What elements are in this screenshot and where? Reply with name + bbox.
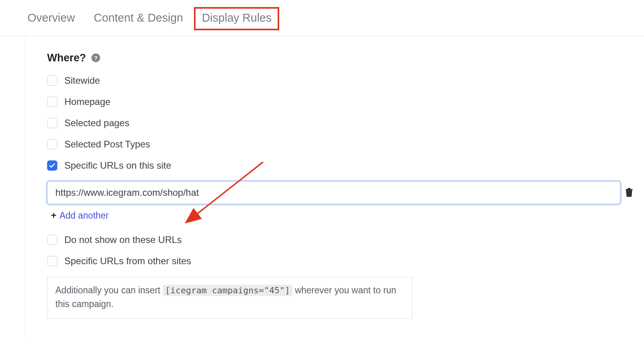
checkbox-selected-pages[interactable] bbox=[47, 118, 57, 128]
url-row bbox=[47, 181, 634, 204]
tab-content-design[interactable]: Content & Design bbox=[94, 11, 183, 25]
tabs-bar: Overview Content & Design Display Rules bbox=[0, 0, 644, 36]
checkbox-selected-post-types[interactable] bbox=[47, 139, 57, 149]
checkbox-do-not-show[interactable] bbox=[47, 235, 57, 245]
display-rules-panel: Where? ? Sitewide Homepage Selected page… bbox=[25, 36, 644, 339]
label-sitewide: Sitewide bbox=[64, 75, 100, 86]
content-wrap: Where? ? Sitewide Homepage Selected page… bbox=[0, 36, 644, 339]
add-another-label: Add another bbox=[59, 210, 108, 221]
shortcode-hint-prefix: Additionally you can insert bbox=[55, 285, 163, 295]
checkbox-other-sites[interactable] bbox=[47, 256, 57, 266]
label-selected-post-types: Selected Post Types bbox=[64, 139, 150, 150]
checkbox-homepage[interactable] bbox=[47, 97, 57, 107]
trash-icon[interactable] bbox=[625, 188, 634, 198]
section-title-text: Where? bbox=[47, 52, 86, 64]
shortcode-code: [icegram campaigns="45"] bbox=[163, 285, 293, 296]
option-other-sites: Specific URLs from other sites bbox=[47, 256, 644, 267]
help-icon[interactable]: ? bbox=[91, 53, 100, 62]
plus-icon: + bbox=[51, 210, 56, 221]
add-another-button[interactable]: + Add another bbox=[51, 210, 109, 221]
label-specific-urls: Specific URLs on this site bbox=[64, 160, 171, 171]
checkbox-sitewide[interactable] bbox=[47, 75, 57, 86]
label-homepage: Homepage bbox=[64, 96, 110, 107]
option-do-not-show: Do not show on these URLs bbox=[47, 234, 644, 245]
label-selected-pages: Selected pages bbox=[64, 118, 129, 129]
label-other-sites: Specific URLs from other sites bbox=[64, 256, 191, 267]
option-homepage: Homepage bbox=[47, 96, 644, 107]
option-selected-pages: Selected pages bbox=[47, 118, 644, 129]
option-sitewide: Sitewide bbox=[47, 75, 644, 86]
tab-display-rules[interactable]: Display Rules bbox=[194, 7, 279, 30]
url-input[interactable] bbox=[47, 181, 620, 204]
section-where-title: Where? ? bbox=[47, 52, 644, 64]
option-specific-urls: Specific URLs on this site bbox=[47, 160, 644, 171]
option-selected-post-types: Selected Post Types bbox=[47, 139, 644, 150]
left-gutter bbox=[0, 36, 25, 339]
checkbox-specific-urls[interactable] bbox=[47, 160, 57, 171]
tab-overview[interactable]: Overview bbox=[27, 11, 75, 25]
label-do-not-show: Do not show on these URLs bbox=[64, 234, 182, 245]
shortcode-hint-box: Additionally you can insert [icegram cam… bbox=[47, 277, 412, 319]
